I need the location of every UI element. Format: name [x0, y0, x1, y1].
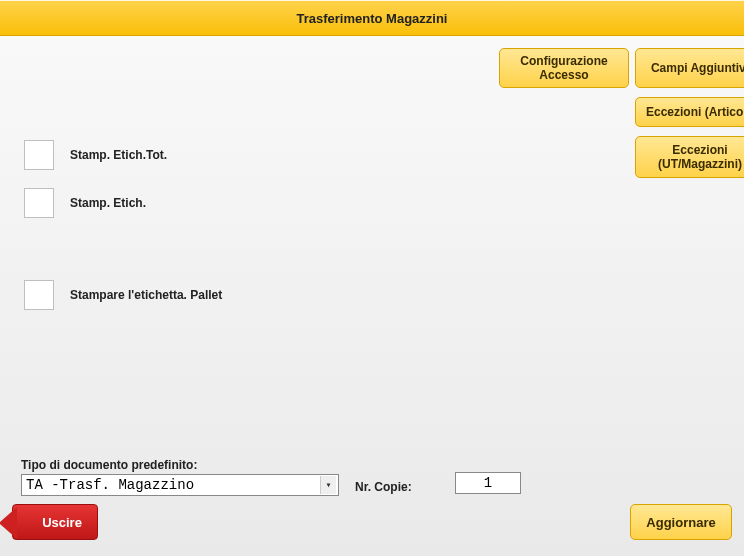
- stamp-tot-label: Stamp. Etich.Tot.: [70, 148, 167, 162]
- checkbox-row-stamp-etich: Stamp. Etich.: [24, 188, 146, 218]
- exceptions-articles-label: Eccezioni (Articoli): [646, 105, 744, 119]
- exceptions-utmag-label: Eccezioni (UT/Magazzini): [640, 143, 744, 172]
- window-title: Trasferimento Magazzini: [297, 11, 448, 26]
- stamp-tot-checkbox[interactable]: [24, 140, 54, 170]
- config-access-label: Configurazione Accesso: [504, 54, 624, 83]
- title-bar: Trasferimento Magazzini: [0, 0, 744, 36]
- extra-fields-button[interactable]: Campi Aggiuntivi: [635, 48, 744, 88]
- exit-label: Uscire: [42, 515, 82, 530]
- copies-input[interactable]: 1: [455, 472, 521, 494]
- update-label: Aggiornare: [646, 515, 715, 530]
- chevron-down-icon: ▾: [320, 476, 336, 494]
- config-access-button[interactable]: Configurazione Accesso: [499, 48, 629, 88]
- stamp-pallet-label: Stampare l'etichetta. Pallet: [70, 288, 222, 302]
- doc-type-select[interactable]: TA -Trasf. Magazzino ▾: [21, 474, 339, 496]
- checkbox-row-stamp-tot: Stamp. Etich.Tot.: [24, 140, 167, 170]
- doc-type-label: Tipo di documento predefinito:: [21, 458, 197, 472]
- update-button[interactable]: Aggiornare: [630, 504, 732, 540]
- checkbox-row-stamp-pallet: Stampare l'etichetta. Pallet: [24, 280, 222, 310]
- exit-button[interactable]: Uscire: [12, 504, 98, 540]
- extra-fields-label: Campi Aggiuntivi: [651, 61, 744, 75]
- exceptions-utmag-button[interactable]: Eccezioni (UT/Magazzini): [635, 136, 744, 178]
- exceptions-articles-button[interactable]: Eccezioni (Articoli): [635, 97, 744, 127]
- copies-value: 1: [484, 475, 492, 491]
- doc-type-value: TA -Trasf. Magazzino: [26, 477, 194, 493]
- stamp-pallet-checkbox[interactable]: [24, 280, 54, 310]
- stamp-etich-label: Stamp. Etich.: [70, 196, 146, 210]
- copies-label: Nr. Copie:: [355, 480, 412, 494]
- stamp-etich-checkbox[interactable]: [24, 188, 54, 218]
